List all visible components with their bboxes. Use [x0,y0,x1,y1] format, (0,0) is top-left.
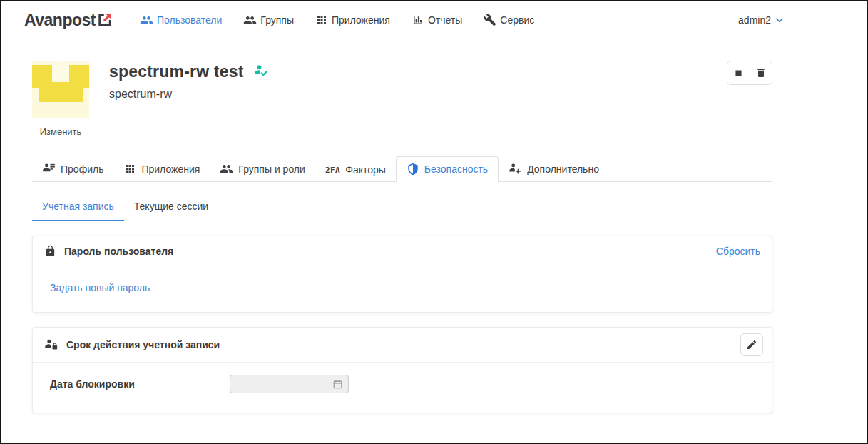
nav-label: Пользователи [157,14,222,26]
nav-label: Отчеты [428,14,462,26]
person-gear-icon [509,162,522,176]
tab-2fa-factors[interactable]: 2FA Факторы [315,158,396,181]
tab-profile[interactable]: Профиль [32,156,113,181]
pencil-icon [746,339,757,350]
block-date-row: Дата блокировки [50,375,755,393]
page-subtitle: spectrum-rw [109,88,269,101]
nav-label: Приложения [332,14,390,26]
group-icon [220,162,233,176]
delete-user-button[interactable] [750,61,772,84]
person-lock-icon [44,338,58,352]
nav-item-reports[interactable]: Отчеты [412,14,462,26]
page-title: spectrum-rw test [109,62,244,81]
stop-square-icon [733,68,744,79]
block-date-label: Дата блокировки [50,378,230,390]
tab-additional[interactable]: Дополнительно [499,156,609,181]
subtab-account[interactable]: Учетная запись [32,193,124,221]
account-expiry-body: Дата блокировки [33,363,772,413]
tab-label: Группы и роли [238,163,305,175]
group-icon [243,14,257,27]
edit-expiry-button[interactable] [740,333,763,356]
page-content: Изменить spectrum-rw test spectrum-rw [32,61,772,413]
shield-icon [407,163,419,176]
change-avatar-link[interactable]: Изменить [32,126,89,137]
profile-tabs: Профиль Приложения Группы и роли 2FA Фак… [32,156,772,182]
2fa-icon: 2FA [325,166,340,175]
tab-label: Дополнительно [527,163,599,175]
top-navbar: Avanpost Пользователи Группы [1,1,867,39]
nav-label: Сервис [500,14,534,26]
tab-groups-roles[interactable]: Группы и роли [210,156,315,181]
password-card-body: Задать новый пароль [33,266,772,312]
avatar [32,61,89,118]
main-nav: Пользователи Группы Приложения Отчеты [140,14,534,27]
profile-titles: spectrum-rw test spectrum-rw [109,61,269,101]
nav-item-service[interactable]: Сервис [484,14,534,26]
user-menu-label: admin2 [738,14,771,26]
account-expiry-header: Срок действия учетной записи [33,328,772,363]
calendar-icon [332,379,343,390]
password-card-header: Пароль пользователя Сбросить [33,236,772,266]
nav-item-groups[interactable]: Группы [243,14,294,27]
password-card: Пароль пользователя Сбросить Задать новы… [32,236,772,313]
tab-label: Приложения [141,163,200,175]
block-user-button[interactable] [727,61,750,84]
wrench-icon [484,14,496,26]
tab-label: Факторы [345,164,386,176]
lock-icon [44,245,56,257]
bar-chart-icon [412,14,424,26]
person-list-icon [42,162,56,176]
password-card-title: Пароль пользователя [64,246,173,257]
profile-header: Изменить spectrum-rw test spectrum-rw [32,61,772,137]
set-new-password-link[interactable]: Задать новый пароль [50,282,150,293]
tab-label: Профиль [61,163,103,175]
nav-item-applications[interactable]: Приложения [315,14,390,26]
security-subtabs: Учетная запись Текущие сессии [32,193,772,221]
avanpost-logo[interactable]: Avanpost [24,11,113,30]
tab-security[interactable]: Безопасность [396,156,499,182]
avatar-column: Изменить [32,61,89,137]
account-expiry-title: Срок действия учетной записи [66,339,220,350]
user-check-icon [254,64,269,79]
apps-grid-icon [315,14,328,26]
tab-label: Безопасность [424,163,488,175]
tab-applications[interactable]: Приложения [113,157,210,181]
subtab-current-sessions[interactable]: Текущие сессии [124,193,218,221]
nav-label: Группы [260,14,294,26]
nav-item-users[interactable]: Пользователи [140,14,222,27]
account-expiry-card: Срок действия учетной записи Дата блокир… [32,327,772,413]
chevron-down-icon [774,14,785,26]
profile-actions [727,61,772,85]
people-icon [140,14,153,27]
apps-grid-icon [123,163,136,176]
logo-arrow-icon [97,12,113,28]
logo-text: Avanpost [24,11,96,30]
app-window: Avanpost Пользователи Группы [0,0,868,444]
trash-icon [755,67,767,79]
user-menu[interactable]: admin2 [738,14,785,26]
block-date-input[interactable] [230,375,349,393]
reset-password-link[interactable]: Сбросить [716,246,760,257]
